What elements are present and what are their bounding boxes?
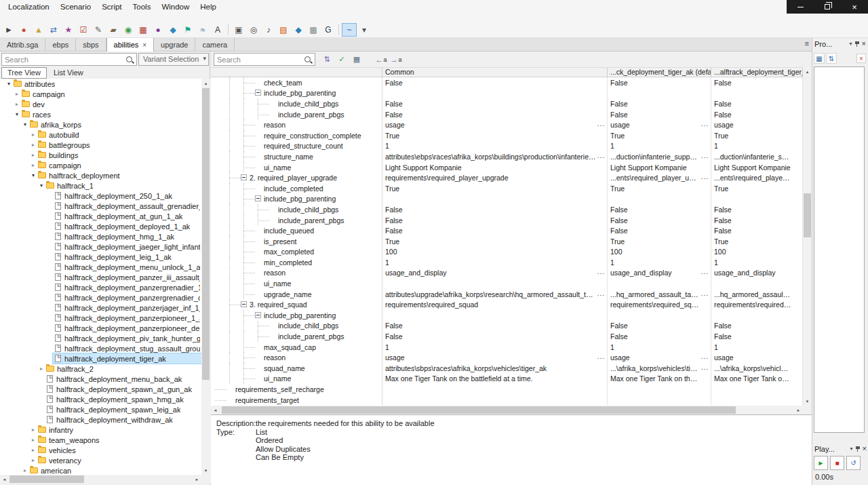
ellipsis-button[interactable]: ... <box>701 353 709 361</box>
grid-value-cell[interactable]: ...hq_armored_assault_tactics_ak <box>711 289 803 300</box>
grid-value-cell[interactable]: False <box>711 98 803 109</box>
scroll-up-icon[interactable]: ▲ <box>803 67 812 76</box>
grid-value-cell[interactable]: False <box>711 109 803 120</box>
scroll-right-icon[interactable]: ► <box>794 406 803 414</box>
tree-item[interactable]: ▾afrika_korps <box>0 119 201 130</box>
tree-item[interactable]: ▸campaign <box>0 89 201 99</box>
scroll-down-icon[interactable]: ▼ <box>803 397 812 406</box>
tree-item[interactable]: halftrack_deployment_spawn_at_gun_ak <box>0 384 201 394</box>
grid-value-cell[interactable]: False <box>382 98 608 109</box>
grid-value-cell[interactable]: False <box>711 331 803 342</box>
grid-horizontal-scrollbar[interactable]: ◄ ► <box>211 406 803 414</box>
layout-icon[interactable]: ▦ <box>306 23 321 37</box>
ellipsis-button[interactable]: ... <box>701 290 709 297</box>
grid-name-cell[interactable]: include_child_pbgs <box>211 98 382 109</box>
variant-selector[interactable]: Variant Selection ▾ <box>138 53 209 66</box>
palette-icon[interactable]: ● <box>16 23 31 37</box>
view-tab-list-view[interactable]: List View <box>47 67 90 79</box>
close-icon[interactable]: × <box>863 445 867 452</box>
grid-value-cell[interactable]: False <box>711 225 803 236</box>
tree-item[interactable]: halftrack_deployment_tiger_ak <box>0 353 201 364</box>
target-icon[interactable]: ◎ <box>246 23 261 37</box>
tree-item[interactable]: halftrack_deployment_menu_unlock_1_ak <box>0 262 201 272</box>
grid-value-cell[interactable]: ...ents\required_player_upgrade <box>711 172 803 183</box>
grid-value-cell[interactable]: False <box>382 331 608 342</box>
grid-value-cell[interactable]: ...hq_armored_assault_tactics_ak... <box>608 289 711 300</box>
minimap-icon[interactable]: ▤ <box>276 23 291 37</box>
grid-value-cell[interactable]: False <box>711 321 803 332</box>
grid-name-cell[interactable]: 3. required_squad <box>211 299 382 310</box>
spline-tool-icon[interactable]: ~ <box>342 23 357 37</box>
grid-icon[interactable]: ▦ <box>136 23 151 37</box>
grid-value-cell[interactable]: False <box>711 77 803 88</box>
grid-value-cell[interactable]: False <box>382 215 608 226</box>
grid-value-cell[interactable] <box>711 278 803 289</box>
grid-value-cell[interactable]: False <box>711 215 803 226</box>
grid-value-cell[interactable] <box>382 88 608 99</box>
scroll-left-icon[interactable]: ◄ <box>211 406 220 414</box>
chevron-right-icon[interactable]: ▸ <box>30 457 37 463</box>
grid-name-cell[interactable]: reason <box>211 352 382 363</box>
chevron-right-icon[interactable]: ▸ <box>14 91 20 97</box>
edit-icon[interactable]: ✎ <box>91 23 106 37</box>
grid-value-cell[interactable]: False <box>382 204 608 215</box>
grid-value-cell[interactable]: False <box>382 225 608 236</box>
tree-item[interactable]: ▸battlegroups <box>0 140 201 150</box>
grid-value-cell[interactable]: Max one Tiger Tank on the bat... <box>608 374 711 385</box>
chevron-down-icon[interactable]: ▾ <box>14 111 20 117</box>
grid-value-cell[interactable]: usage_and_display... <box>382 268 608 279</box>
grid-value-cell[interactable]: True <box>382 236 608 247</box>
tree-item[interactable]: halftrack_deployment_250_1_ak <box>0 191 201 201</box>
grid-value-cell[interactable]: Light Support Kompanie <box>608 162 711 173</box>
magic-wand-icon[interactable]: ★ <box>61 23 76 37</box>
entity-icon[interactable]: ◉ <box>121 23 136 37</box>
chevron-down-icon[interactable]: ▾ <box>850 41 852 47</box>
grid-name-cell[interactable]: check_team <box>211 77 382 88</box>
ellipsis-button[interactable]: ... <box>597 269 605 276</box>
grid-value-cell[interactable]: False <box>608 77 711 88</box>
grid-value-cell[interactable]: True <box>608 183 711 194</box>
grid-value-cell[interactable]: 1 <box>608 342 711 353</box>
grid-value-cell[interactable]: ...\afrika_korps\vehicles\tiger_ak <box>711 363 803 374</box>
grid-name-cell[interactable]: include_parent_pbgs <box>211 109 382 120</box>
tab-attrib-sga[interactable]: Attrib.sga <box>0 38 45 52</box>
grid-name-cell[interactable]: ui_name <box>211 278 382 289</box>
grid-name-cell[interactable]: include_child_pbgs <box>211 321 382 332</box>
grid-vertical-scrollbar[interactable]: ▲ ▼ <box>803 67 812 406</box>
grid-name-cell[interactable]: reason <box>211 268 382 279</box>
chevron-right-icon[interactable]: ▸ <box>30 427 37 433</box>
grid-name-cell[interactable]: reason <box>211 119 382 130</box>
grid-value-cell[interactable] <box>382 384 608 395</box>
tree-search-box[interactable] <box>1 53 137 66</box>
chevron-down-icon[interactable]: ▾ <box>5 81 12 87</box>
grid-value-cell[interactable]: False <box>608 98 711 109</box>
prev-result-icon[interactable]: ←a <box>374 54 388 66</box>
pin-icon[interactable] <box>855 446 861 452</box>
grid-name-cell[interactable]: structure_name <box>211 151 382 162</box>
menu-item-localization[interactable]: Localization <box>3 0 55 14</box>
chevron-right-icon[interactable]: ▸ <box>22 467 28 473</box>
chevron-right-icon[interactable]: ▸ <box>30 142 37 148</box>
camera-view-icon[interactable]: ◆ <box>291 23 306 37</box>
grid-value-cell[interactable]: False <box>608 204 711 215</box>
clear-icon[interactable]: × <box>856 54 866 63</box>
grid-value-cell[interactable]: ...\afrika_korps\vehicles\tiger_ak... <box>608 363 711 374</box>
column-header-2[interactable]: ...ck_deployment_tiger_ak (default) <box>608 68 711 77</box>
grid-value-cell[interactable]: usage <box>711 119 803 130</box>
tree-item[interactable]: halftrack_deployment_leig_1_ak <box>0 252 201 262</box>
tree-item[interactable]: ▸vehicles <box>0 445 201 455</box>
menu-item-script[interactable]: Script <box>96 0 127 14</box>
tree-item[interactable]: halftrack_deployment_withdraw_ak <box>0 414 201 425</box>
ellipsis-button[interactable]: ... <box>701 364 709 371</box>
tree-item[interactable]: ▸halftrack_2 <box>0 364 201 374</box>
chevron-right-icon[interactable]: ▸ <box>30 437 37 443</box>
grid-value-cell[interactable]: usage... <box>382 119 608 130</box>
grid-name-cell[interactable]: include_queued <box>211 225 382 236</box>
chevron-right-icon[interactable]: ▸ <box>14 101 20 107</box>
minimize-button[interactable] <box>787 0 814 14</box>
column-header-1[interactable]: Common <box>382 68 608 77</box>
tree-search-input[interactable] <box>5 54 124 64</box>
brush-icon[interactable]: ▰ <box>106 23 121 37</box>
grid-value-cell[interactable] <box>711 310 803 321</box>
chevron-down-icon[interactable]: ▾ <box>22 121 28 128</box>
